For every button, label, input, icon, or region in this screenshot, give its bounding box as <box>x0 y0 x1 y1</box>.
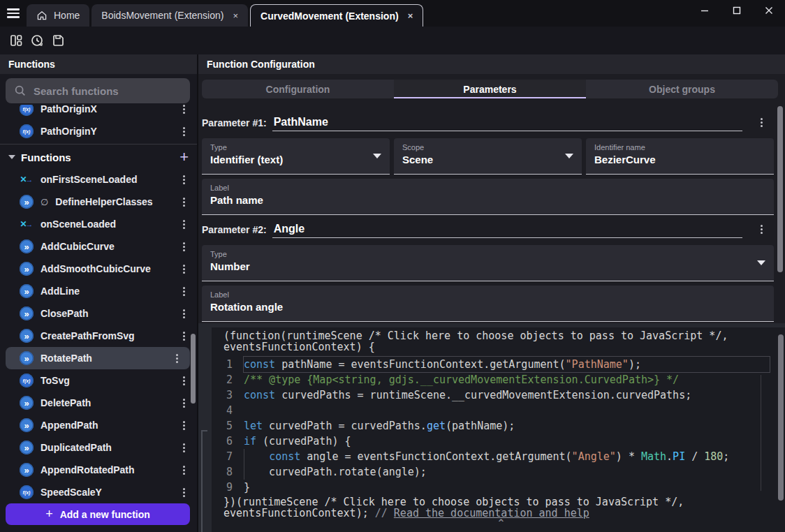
tab-home[interactable]: Home <box>27 4 89 27</box>
functions-list: f(x)PathOriginXf(x)PathOriginY Functions… <box>0 105 197 532</box>
function-label: AppendRotatedPath <box>41 464 135 475</box>
function-label: PathOriginX <box>41 105 97 114</box>
search-functions-input[interactable]: Search functions <box>6 78 190 103</box>
code-line-4[interactable]: 4 <box>212 403 785 418</box>
sidebar-item-speedscaley[interactable]: f(x)SpeedScaleY <box>0 481 197 503</box>
function-menu-button[interactable] <box>177 263 190 275</box>
parameter-1-label-field[interactable]: Label Path name <box>202 179 774 215</box>
sidebar-item-closepath[interactable]: »ClosePath <box>0 302 197 325</box>
add-function-label: Add a new function <box>60 509 150 520</box>
function-menu-button[interactable] <box>177 441 190 454</box>
expression-function-icon: f(x) <box>20 105 34 116</box>
version-history-button[interactable] <box>27 30 47 51</box>
function-menu-button[interactable] <box>177 125 190 138</box>
collapse-caret-icon[interactable] <box>8 155 15 159</box>
tab-boidsmovement[interactable]: BoidsMovement (Extension) × <box>91 4 248 27</box>
minimize-button[interactable] <box>689 0 721 21</box>
parameter-1-identifier-field[interactable]: Identifier name BezierCurve <box>586 138 774 175</box>
code-content: const angle = eventsFunctionContext.getA… <box>244 449 770 464</box>
function-menu-button[interactable] <box>177 285 190 297</box>
code-line-2[interactable]: 2/** @type {Map<string, gdjs.__curvedMov… <box>212 372 785 387</box>
function-menu-button[interactable] <box>177 330 190 342</box>
project-manager-button[interactable] <box>6 30 27 51</box>
function-label: PathOriginY <box>41 126 97 137</box>
add-function-plus-icon[interactable]: + <box>179 149 189 165</box>
function-menu-button[interactable] <box>177 374 190 387</box>
sidebar-item-pathoriginx[interactable]: f(x)PathOriginX <box>0 105 197 120</box>
config-tab-configuration[interactable]: Configuration <box>202 80 394 98</box>
sidebar-item-definehelperclasses[interactable]: »∅DefineHelperClasses <box>0 191 197 213</box>
parameter-1-scope-field[interactable]: Scope Scene <box>394 138 582 175</box>
code-line-1[interactable]: 1const pathName = eventsFunctionContext.… <box>212 357 785 372</box>
function-menu-button[interactable] <box>177 218 190 230</box>
main-menu-button[interactable] <box>0 0 27 27</box>
parameter-1-type-field[interactable]: Type Identifier (text) <box>202 138 390 175</box>
config-scrollbar[interactable] <box>777 106 783 272</box>
sidebar-item-createpathfromsvg[interactable]: »CreatePathFromSvg <box>0 325 197 347</box>
tab-label: Home <box>54 10 80 21</box>
function-menu-button[interactable] <box>177 397 190 409</box>
function-label: ClosePath <box>41 308 88 319</box>
sidebar-item-addcubiccurve[interactable]: »AddCubicCurve <box>0 235 197 258</box>
sidebar-item-rotatepath[interactable]: »RotatePath <box>6 347 190 369</box>
parameter-2-label-field[interactable]: Label Rotation angle <box>202 286 774 322</box>
sidebar-item-onfirstsceneloaded[interactable]: ✕→onFirstSceneLoaded <box>0 168 197 191</box>
close-tab-icon[interactable]: × <box>233 10 238 21</box>
function-menu-button[interactable] <box>170 352 183 364</box>
code-line-9[interactable]: 9} <box>212 480 785 495</box>
config-tab-object-groups[interactable]: Object groups <box>586 80 778 98</box>
hamburger-icon <box>7 6 20 20</box>
save-button[interactable] <box>47 30 68 51</box>
code-line-3[interactable]: 3const curvedPaths = runtimeScene.__curv… <box>212 387 785 403</box>
sidebar-item-tosvg[interactable]: f(x)ToSvg <box>0 369 197 392</box>
function-menu-button[interactable] <box>177 173 190 186</box>
tab-curvedmovement[interactable]: CurvedMovement (Extension) × <box>250 4 423 27</box>
collapse-caret[interactable]: ^ <box>499 517 504 528</box>
parameter-menu-button[interactable] <box>755 223 768 235</box>
add-new-function-button[interactable]: + Add a new function <box>6 503 190 525</box>
sidebar-item-appendrotatedpath[interactable]: »AppendRotatedPath <box>0 459 197 481</box>
sidebar-scrollbar[interactable] <box>191 334 196 404</box>
code-line-7[interactable]: 7 const angle = eventsFunctionContext.ge… <box>212 449 785 464</box>
function-label: AddCubicCurve <box>41 241 115 252</box>
code-line-8[interactable]: 8 curvedPath.rotate(angle); <box>212 464 785 480</box>
function-menu-button[interactable] <box>177 486 190 498</box>
save-icon <box>51 34 65 47</box>
sidebar-item-appendpath[interactable]: »AppendPath <box>0 414 197 436</box>
config-tab-parameters[interactable]: Parameters <box>394 80 586 98</box>
parameter-name-input[interactable]: Angle <box>272 223 742 238</box>
js-event-epilogue[interactable]: })(runtimeScene /* Click here to choose … <box>212 496 785 519</box>
parameter-menu-button[interactable] <box>755 116 768 128</box>
sidebar-item-addline[interactable]: »AddLine <box>0 280 197 302</box>
parameter-2-name-row: Parameter #2: Angle <box>202 217 768 238</box>
sidebar-item-pathoriginy[interactable]: f(x)PathOriginY <box>0 120 197 142</box>
function-menu-button[interactable] <box>177 307 190 320</box>
code-scrollbar[interactable] <box>778 334 784 501</box>
function-menu-button[interactable] <box>177 419 190 431</box>
sidebar-item-addsmoothcubiccurve[interactable]: »AddSmoothCubicCurve <box>0 258 197 280</box>
documentation-link[interactable]: Read the documentation and help <box>394 507 589 519</box>
function-label: SpeedScaleY <box>41 487 102 498</box>
functions-section-header[interactable]: Functions + <box>0 146 197 168</box>
maximize-button[interactable] <box>721 0 753 21</box>
function-menu-button[interactable] <box>177 105 190 115</box>
line-number: 5 <box>212 418 244 434</box>
parameter-2-type-field[interactable]: Type Number <box>202 245 774 281</box>
function-menu-button[interactable] <box>177 240 190 253</box>
sidebar-item-duplicatedpath[interactable]: »DuplicatedPath <box>0 436 197 459</box>
close-tab-icon[interactable]: × <box>408 10 413 21</box>
function-label: AppendPath <box>41 420 98 431</box>
field-value: Identifier (text) <box>210 154 381 165</box>
function-menu-button[interactable] <box>177 464 190 476</box>
close-window-button[interactable] <box>753 0 785 21</box>
function-label: RotatePath <box>41 353 92 364</box>
parameter-name-input[interactable]: PathName <box>272 116 742 131</box>
code-line-6[interactable]: 6if (curvedPath) { <box>212 434 785 449</box>
sidebar-item-deletepath[interactable]: »DeletePath <box>0 392 197 414</box>
js-event-prologue[interactable]: (function(runtimeScene /* Click here to … <box>212 327 785 353</box>
action-function-icon: » <box>20 195 34 209</box>
function-menu-button[interactable] <box>177 195 190 208</box>
javascript-code-editor[interactable]: (function(runtimeScene /* Click here to … <box>212 327 785 532</box>
sidebar-item-onsceneloaded[interactable]: ✕→onSceneLoaded <box>0 213 197 235</box>
code-line-5[interactable]: 5let curvedPath = curvedPaths.get(pathNa… <box>212 418 785 434</box>
